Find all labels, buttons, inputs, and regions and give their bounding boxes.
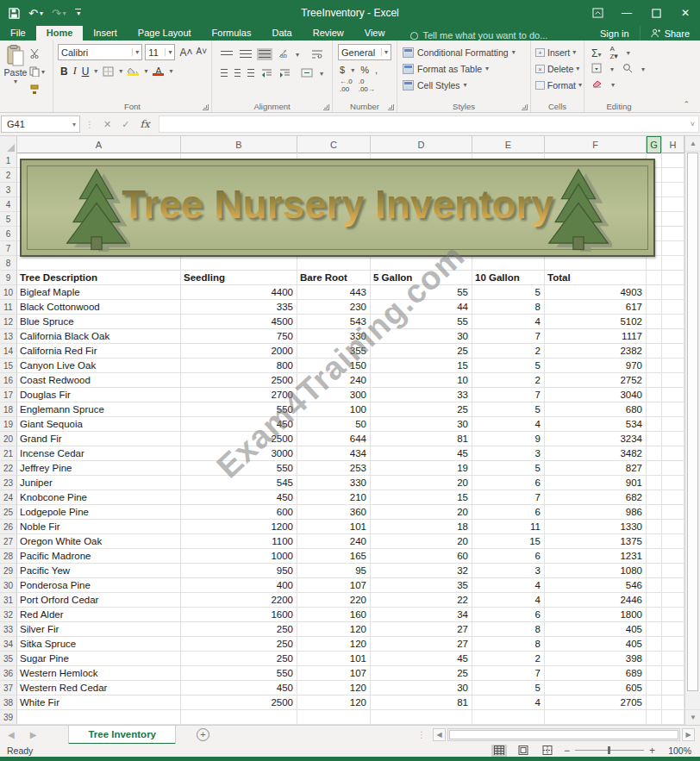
cell-G22[interactable] xyxy=(647,461,662,476)
cell-C9[interactable]: Bare Root xyxy=(297,271,371,285)
clear-button[interactable] xyxy=(591,78,603,90)
cell-E12[interactable]: 4 xyxy=(472,315,545,329)
cell-H28[interactable] xyxy=(662,549,684,564)
cell-styles-button[interactable]: Cell Styles▾ xyxy=(399,76,528,92)
cell-F13[interactable]: 1117 xyxy=(545,329,647,344)
zoom-slider[interactable]: − + xyxy=(564,745,655,757)
cell-C19[interactable]: 50 xyxy=(297,417,371,432)
cell-G24[interactable] xyxy=(647,490,662,505)
cell-D31[interactable]: 22 xyxy=(371,593,472,608)
cell-E29[interactable]: 3 xyxy=(472,564,545,578)
cell-B12[interactable]: 4500 xyxy=(181,315,297,329)
column-header-H[interactable]: H xyxy=(662,136,684,153)
cell-G8[interactable] xyxy=(647,256,662,271)
cell-A11[interactable]: Black Cottonwood xyxy=(17,300,181,315)
cell-E26[interactable]: 11 xyxy=(472,520,545,534)
decrease-font-icon[interactable]: A˅ xyxy=(196,47,207,59)
cell-D19[interactable]: 30 xyxy=(371,417,472,432)
row-header[interactable]: 34 xyxy=(0,637,17,652)
row-header[interactable]: 32 xyxy=(0,608,17,622)
cell-G27[interactable] xyxy=(647,534,662,549)
cell-C11[interactable]: 230 xyxy=(297,300,371,315)
cell-F37[interactable]: 605 xyxy=(545,681,647,696)
cell-D29[interactable]: 32 xyxy=(371,564,472,578)
cell-B38[interactable]: 2500 xyxy=(181,696,297,710)
cell-G38[interactable] xyxy=(647,696,662,710)
horizontal-scroll-thumb[interactable] xyxy=(449,730,678,739)
cell-H16[interactable] xyxy=(662,373,684,388)
cell-C20[interactable]: 644 xyxy=(297,432,371,446)
orientation-icon[interactable]: ab xyxy=(278,47,289,62)
format-as-table-button[interactable]: Format as Table▾ xyxy=(399,59,528,76)
save-icon[interactable] xyxy=(9,8,20,19)
cell-E25[interactable]: 6 xyxy=(472,505,545,520)
cell-B9[interactable]: Seedling xyxy=(181,271,297,285)
zoom-out-icon[interactable]: − xyxy=(564,745,570,757)
column-header-C[interactable]: C xyxy=(297,136,371,153)
cell-F27[interactable]: 1375 xyxy=(545,534,647,549)
row-header[interactable]: 7 xyxy=(0,241,17,256)
row-header[interactable]: 31 xyxy=(0,593,17,608)
cell-D34[interactable]: 27 xyxy=(371,637,472,652)
cell-F39[interactable] xyxy=(545,710,647,725)
sort-filter-button[interactable]: AZ▾ xyxy=(609,46,617,60)
cell-H39[interactable] xyxy=(662,710,684,725)
cell-E14[interactable]: 2 xyxy=(472,344,545,359)
cell-A38[interactable]: White Fir xyxy=(17,696,181,710)
cell-D27[interactable]: 20 xyxy=(371,534,472,549)
cell-E35[interactable]: 2 xyxy=(472,652,545,666)
row-header[interactable]: 9 xyxy=(0,271,17,285)
fill-button[interactable] xyxy=(591,63,602,76)
cell-C21[interactable]: 434 xyxy=(297,446,371,461)
alignment-dialog-launcher-icon[interactable] xyxy=(323,104,329,110)
tab-formulas[interactable]: Formulas xyxy=(202,26,262,41)
chevron-down-icon[interactable]: ▾ xyxy=(320,70,323,78)
row-header[interactable]: 21 xyxy=(0,446,17,461)
cell-D20[interactable]: 81 xyxy=(371,432,472,446)
chevron-down-icon[interactable]: ▾ xyxy=(611,81,615,89)
row-header[interactable]: 11 xyxy=(0,300,17,315)
cell-H23[interactable] xyxy=(662,476,684,490)
tab-insert[interactable]: Insert xyxy=(83,26,128,41)
cell-B11[interactable]: 335 xyxy=(181,300,297,315)
collapse-ribbon-icon[interactable]: ⌃ xyxy=(683,100,690,109)
cell-H5[interactable] xyxy=(662,212,684,227)
insert-function-icon[interactable]: fx xyxy=(140,118,149,130)
cell-G28[interactable] xyxy=(647,549,662,564)
cell-B32[interactable]: 1600 xyxy=(181,608,297,622)
cell-F12[interactable]: 5102 xyxy=(545,315,647,329)
cell-A27[interactable]: Oregon White Oak xyxy=(17,534,181,549)
cell-G35[interactable] xyxy=(647,652,662,666)
row-header[interactable]: 26 xyxy=(0,520,17,534)
cell-E10[interactable]: 5 xyxy=(472,285,545,300)
column-header-F[interactable]: F xyxy=(545,136,647,153)
column-header-G[interactable]: G xyxy=(647,136,662,153)
customize-toolbar-icon[interactable]: ▾ xyxy=(75,9,81,17)
cell-F14[interactable]: 2382 xyxy=(545,344,647,359)
cell-F19[interactable]: 534 xyxy=(545,417,647,432)
cell-F16[interactable]: 2752 xyxy=(545,373,647,388)
merge-center-icon[interactable] xyxy=(301,65,313,81)
insert-cells-button[interactable]: + Insert▾ xyxy=(533,43,582,59)
row-header[interactable]: 36 xyxy=(0,666,17,681)
minimize-button[interactable]: — xyxy=(612,0,641,26)
normal-view-icon[interactable] xyxy=(491,745,507,757)
cell-G10[interactable] xyxy=(647,285,662,300)
align-center-icon[interactable] xyxy=(234,69,241,78)
cell-E38[interactable]: 4 xyxy=(472,696,545,710)
cell-G23[interactable] xyxy=(647,476,662,490)
align-left-icon[interactable] xyxy=(221,69,228,78)
row-header[interactable]: 18 xyxy=(0,402,17,417)
cell-F25[interactable]: 986 xyxy=(545,505,647,520)
cell-B30[interactable]: 400 xyxy=(181,578,297,593)
cell-A36[interactable]: Western Hemlock xyxy=(17,666,181,681)
cell-F24[interactable]: 682 xyxy=(545,490,647,505)
cell-H27[interactable] xyxy=(662,534,684,549)
align-bottom-icon[interactable] xyxy=(259,50,271,59)
comma-format-icon[interactable]: , xyxy=(375,65,378,75)
cut-icon[interactable] xyxy=(29,47,50,60)
cell-E33[interactable]: 8 xyxy=(472,622,545,637)
row-header[interactable]: 15 xyxy=(0,359,17,373)
increase-font-icon[interactable]: A˄ xyxy=(179,47,192,59)
italic-button[interactable]: I xyxy=(73,65,77,78)
